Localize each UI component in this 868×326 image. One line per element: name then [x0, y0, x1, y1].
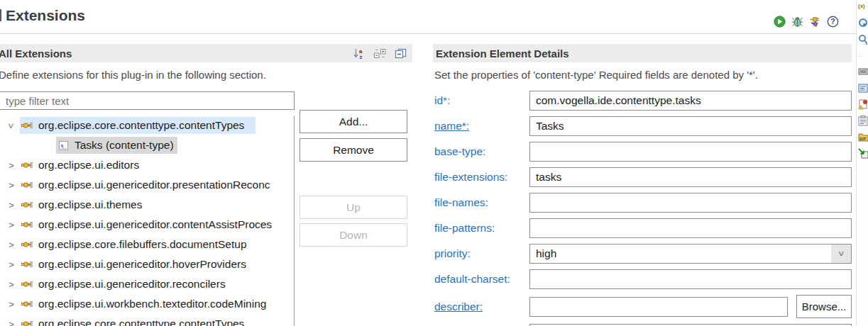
name-field[interactable] — [529, 116, 852, 136]
chevron-down-icon: > — [831, 244, 851, 263]
tree-item[interactable]: > org.eclipse.core.contenttype.contentTy… — [0, 314, 294, 326]
file-extensions-label: file-extensions: — [433, 171, 529, 184]
details-title: Extension Element Details — [433, 47, 569, 60]
registers-icon[interactable] — [858, 66, 868, 77]
extension-point-icon — [21, 259, 33, 270]
details-form: id*: name*: base-type: file-extensions: … — [433, 91, 852, 326]
tree-item[interactable]: > org.eclipse.ui.genericeditor.presentat… — [0, 175, 294, 195]
extension-point-icon — [21, 199, 33, 210]
chevron-right-icon[interactable]: > — [6, 200, 17, 210]
chevron-right-icon[interactable]: > — [6, 299, 17, 310]
filter-input[interactable] — [0, 91, 295, 110]
tree-item-label: org.eclipse.ui.editors — [38, 159, 139, 172]
chevron-right-icon[interactable]: > — [6, 319, 17, 326]
tree-item[interactable]: > org.eclipse.core.filebuffers.documentS… — [0, 235, 294, 254]
file-patterns-label: file-patterns: — [433, 222, 529, 235]
tree-item[interactable]: > org.eclipse.ui.genericeditor.hoverProv… — [0, 254, 294, 274]
up-button[interactable]: Up — [300, 196, 407, 219]
chevron-right-icon[interactable]: > — [6, 220, 17, 230]
tree-item-label: org.eclipse.core.filebuffers.documentSet… — [38, 238, 247, 251]
help-icon[interactable]: ? — [826, 15, 839, 28]
tree-item[interactable]: > org.eclipse.ui.workbench.texteditor.co… — [0, 294, 294, 314]
all-extensions-panel: All Extensions az Define extensions for … — [0, 44, 412, 326]
extension-point-icon — [21, 318, 33, 326]
id-field[interactable] — [529, 91, 852, 111]
down-button[interactable]: Down — [300, 223, 407, 247]
default-charset-field[interactable] — [529, 269, 852, 289]
tree-item-label: Tasks (content-type) — [75, 139, 174, 152]
priority-value: high — [530, 247, 831, 260]
form-row-default-charset: default-charset: — [433, 269, 852, 289]
sort-alpha-icon[interactable]: az — [353, 47, 366, 59]
extension-point-icon — [21, 279, 33, 290]
id-label: id*: — [433, 94, 529, 107]
priority-select[interactable]: high > — [529, 244, 852, 264]
tree-item-label: org.eclipse.ui.workbench.texteditor.code… — [38, 298, 266, 310]
magnifier-x-icon[interactable]: x — [858, 33, 868, 45]
form-row-file-extensions: file-extensions: — [433, 167, 852, 187]
details-description: Set the properties of 'content-type' Req… — [433, 62, 852, 81]
expand-collapse-icon[interactable] — [373, 47, 386, 59]
chevron-right-icon[interactable]: > — [6, 279, 17, 290]
browse-button[interactable]: Browse... — [796, 295, 852, 318]
extension-point-icon — [21, 159, 33, 171]
tasks-view-icon[interactable] — [858, 115, 868, 126]
tree-item-label: org.eclipse.ui.genericeditor.reconcilers — [38, 278, 226, 291]
describer-field[interactable] — [529, 297, 788, 317]
tree-item[interactable]: > org.eclipse.core.contenttype.contentTy… — [0, 116, 294, 135]
debug-icon[interactable] — [791, 15, 803, 28]
form-row-base-type: base-type: — [433, 142, 852, 162]
describer-label-link[interactable]: describer: — [433, 300, 529, 313]
chevron-right-icon[interactable]: > — [6, 180, 17, 191]
file-extensions-field[interactable] — [529, 167, 852, 187]
console-icon[interactable] — [858, 82, 868, 94]
tree-item[interactable]: > org.eclipse.ui.themes — [0, 195, 294, 215]
name-label-link[interactable]: name*: — [433, 120, 529, 133]
run-icon[interactable] — [773, 15, 786, 28]
chevron-right-icon[interactable]: > — [6, 259, 17, 270]
variable-icon[interactable]: (x) — [858, 1, 868, 12]
tree-item-label: org.eclipse.ui.genericeditor.presentatio… — [38, 179, 270, 191]
remove-button[interactable]: Remove — [300, 138, 407, 162]
editor-header: Extensions ? — [0, 0, 856, 34]
tree-item[interactable]: > org.eclipse.ui.genericeditor.reconcile… — [0, 274, 294, 294]
chevron-right-icon[interactable]: > — [6, 160, 17, 171]
base-type-field[interactable] — [529, 142, 852, 162]
tree-item[interactable]: > org.eclipse.ui.genericeditor.contentAs… — [0, 215, 294, 235]
extension-point-icon — [21, 120, 33, 131]
dots-separator: . . — [858, 50, 868, 61]
chevron-down-icon[interactable]: > — [6, 120, 17, 131]
error-log-icon[interactable] — [858, 99, 868, 110]
tree-item-label: org.eclipse.core.contenttype.contentType… — [38, 119, 244, 132]
all-extensions-header: All Extensions az — [0, 44, 412, 62]
tree-item-label: org.eclipse.ui.themes — [38, 198, 142, 211]
extension-point-icon — [21, 239, 33, 250]
file-names-label: file-names: — [433, 196, 529, 209]
add-button[interactable]: Add... — [300, 110, 407, 133]
git-staging-icon[interactable]: GIT — [858, 131, 868, 142]
xml-element-icon: x — [57, 140, 69, 151]
form-row-describer: describer: Browse... — [433, 295, 852, 318]
file-names-field[interactable] — [529, 193, 852, 213]
cropped-icon — [0, 9, 1, 21]
priority-label: priority: — [433, 247, 529, 260]
chevron-right-icon[interactable]: > — [6, 240, 17, 250]
extension-element-details-panel: Extension Element Details Set the proper… — [433, 44, 852, 326]
base-type-label: base-type: — [433, 145, 529, 158]
tree-item[interactable]: xTasks (content-type) — [0, 135, 294, 155]
svg-text:?: ? — [830, 17, 835, 26]
svg-text:z: z — [360, 54, 363, 60]
extensions-tree: > org.eclipse.core.contenttype.contentTy… — [0, 116, 295, 326]
tree-item[interactable]: > org.eclipse.ui.editors — [0, 155, 294, 175]
svg-text:x: x — [60, 142, 63, 148]
collapse-all-icon[interactable] — [394, 47, 407, 59]
file-patterns-field[interactable] — [529, 218, 852, 238]
form-row-file-names: file-names: — [433, 193, 852, 213]
breakpoint-icon[interactable] — [858, 17, 868, 28]
tree-item-label: org.eclipse.ui.genericeditor.contentAssi… — [38, 218, 272, 231]
plugin-export-icon[interactable] — [808, 15, 821, 28]
tree-item-label: org.eclipse.core.contenttype.contentType… — [38, 317, 244, 326]
import-icon[interactable] — [858, 147, 868, 159]
fast-view-bar: (x) x . . GIT — [856, 0, 868, 326]
svg-text:GIT: GIT — [859, 137, 867, 141]
